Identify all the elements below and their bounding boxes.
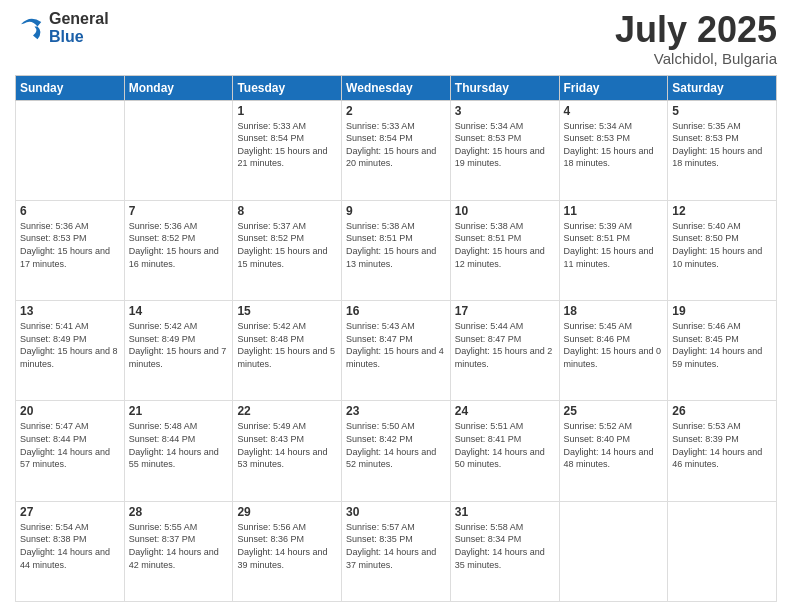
calendar: SundayMondayTuesdayWednesdayThursdayFrid… [15,75,777,602]
day-info: Sunrise: 5:35 AMSunset: 8:53 PMDaylight:… [672,120,772,170]
day-number: 30 [346,505,446,519]
day-info: Sunrise: 5:47 AMSunset: 8:44 PMDaylight:… [20,420,120,470]
calendar-day-header: Thursday [450,75,559,100]
calendar-cell: 12Sunrise: 5:40 AMSunset: 8:50 PMDayligh… [668,200,777,300]
day-info: Sunrise: 5:34 AMSunset: 8:53 PMDaylight:… [455,120,555,170]
day-number: 11 [564,204,664,218]
logo-blue: Blue [49,28,109,46]
day-info: Sunrise: 5:49 AMSunset: 8:43 PMDaylight:… [237,420,337,470]
day-info: Sunrise: 5:44 AMSunset: 8:47 PMDaylight:… [455,320,555,370]
day-number: 15 [237,304,337,318]
day-info: Sunrise: 5:34 AMSunset: 8:53 PMDaylight:… [564,120,664,170]
day-number: 4 [564,104,664,118]
day-info: Sunrise: 5:46 AMSunset: 8:45 PMDaylight:… [672,320,772,370]
calendar-cell: 6Sunrise: 5:36 AMSunset: 8:53 PMDaylight… [16,200,125,300]
calendar-cell: 20Sunrise: 5:47 AMSunset: 8:44 PMDayligh… [16,401,125,501]
day-number: 23 [346,404,446,418]
calendar-week-row: 6Sunrise: 5:36 AMSunset: 8:53 PMDaylight… [16,200,777,300]
day-info: Sunrise: 5:57 AMSunset: 8:35 PMDaylight:… [346,521,446,571]
calendar-cell: 24Sunrise: 5:51 AMSunset: 8:41 PMDayligh… [450,401,559,501]
day-info: Sunrise: 5:33 AMSunset: 8:54 PMDaylight:… [237,120,337,170]
day-number: 22 [237,404,337,418]
day-info: Sunrise: 5:58 AMSunset: 8:34 PMDaylight:… [455,521,555,571]
calendar-cell: 1Sunrise: 5:33 AMSunset: 8:54 PMDaylight… [233,100,342,200]
calendar-week-row: 27Sunrise: 5:54 AMSunset: 8:38 PMDayligh… [16,501,777,601]
calendar-cell: 5Sunrise: 5:35 AMSunset: 8:53 PMDaylight… [668,100,777,200]
day-info: Sunrise: 5:52 AMSunset: 8:40 PMDaylight:… [564,420,664,470]
calendar-cell: 8Sunrise: 5:37 AMSunset: 8:52 PMDaylight… [233,200,342,300]
day-number: 19 [672,304,772,318]
calendar-cell: 15Sunrise: 5:42 AMSunset: 8:48 PMDayligh… [233,301,342,401]
day-number: 24 [455,404,555,418]
day-info: Sunrise: 5:51 AMSunset: 8:41 PMDaylight:… [455,420,555,470]
calendar-cell: 16Sunrise: 5:43 AMSunset: 8:47 PMDayligh… [342,301,451,401]
day-number: 25 [564,404,664,418]
day-info: Sunrise: 5:50 AMSunset: 8:42 PMDaylight:… [346,420,446,470]
day-number: 9 [346,204,446,218]
calendar-cell: 2Sunrise: 5:33 AMSunset: 8:54 PMDaylight… [342,100,451,200]
calendar-header-row: SundayMondayTuesdayWednesdayThursdayFrid… [16,75,777,100]
day-number: 21 [129,404,229,418]
day-number: 27 [20,505,120,519]
day-number: 31 [455,505,555,519]
calendar-cell: 7Sunrise: 5:36 AMSunset: 8:52 PMDaylight… [124,200,233,300]
calendar-day-header: Friday [559,75,668,100]
calendar-day-header: Wednesday [342,75,451,100]
day-number: 16 [346,304,446,318]
day-info: Sunrise: 5:43 AMSunset: 8:47 PMDaylight:… [346,320,446,370]
calendar-week-row: 20Sunrise: 5:47 AMSunset: 8:44 PMDayligh… [16,401,777,501]
day-number: 20 [20,404,120,418]
calendar-cell: 23Sunrise: 5:50 AMSunset: 8:42 PMDayligh… [342,401,451,501]
day-number: 14 [129,304,229,318]
calendar-cell: 25Sunrise: 5:52 AMSunset: 8:40 PMDayligh… [559,401,668,501]
calendar-week-row: 13Sunrise: 5:41 AMSunset: 8:49 PMDayligh… [16,301,777,401]
day-number: 3 [455,104,555,118]
calendar-cell [668,501,777,601]
day-info: Sunrise: 5:48 AMSunset: 8:44 PMDaylight:… [129,420,229,470]
logo-icon [15,13,45,43]
day-number: 13 [20,304,120,318]
day-info: Sunrise: 5:33 AMSunset: 8:54 PMDaylight:… [346,120,446,170]
title-block: July 2025 Valchidol, Bulgaria [615,10,777,67]
day-info: Sunrise: 5:37 AMSunset: 8:52 PMDaylight:… [237,220,337,270]
day-info: Sunrise: 5:41 AMSunset: 8:49 PMDaylight:… [20,320,120,370]
calendar-cell: 3Sunrise: 5:34 AMSunset: 8:53 PMDaylight… [450,100,559,200]
day-number: 12 [672,204,772,218]
calendar-cell [124,100,233,200]
day-info: Sunrise: 5:38 AMSunset: 8:51 PMDaylight:… [346,220,446,270]
day-info: Sunrise: 5:56 AMSunset: 8:36 PMDaylight:… [237,521,337,571]
day-number: 5 [672,104,772,118]
calendar-cell: 31Sunrise: 5:58 AMSunset: 8:34 PMDayligh… [450,501,559,601]
header: General Blue July 2025 Valchidol, Bulgar… [15,10,777,67]
calendar-cell: 4Sunrise: 5:34 AMSunset: 8:53 PMDaylight… [559,100,668,200]
day-number: 17 [455,304,555,318]
day-info: Sunrise: 5:42 AMSunset: 8:48 PMDaylight:… [237,320,337,370]
logo-general: General [49,10,109,28]
calendar-day-header: Sunday [16,75,125,100]
calendar-cell: 26Sunrise: 5:53 AMSunset: 8:39 PMDayligh… [668,401,777,501]
day-info: Sunrise: 5:38 AMSunset: 8:51 PMDaylight:… [455,220,555,270]
day-info: Sunrise: 5:42 AMSunset: 8:49 PMDaylight:… [129,320,229,370]
month-title: July 2025 [615,10,777,50]
day-number: 29 [237,505,337,519]
day-info: Sunrise: 5:36 AMSunset: 8:53 PMDaylight:… [20,220,120,270]
day-number: 10 [455,204,555,218]
calendar-cell: 9Sunrise: 5:38 AMSunset: 8:51 PMDaylight… [342,200,451,300]
calendar-cell [16,100,125,200]
calendar-cell: 21Sunrise: 5:48 AMSunset: 8:44 PMDayligh… [124,401,233,501]
calendar-cell: 10Sunrise: 5:38 AMSunset: 8:51 PMDayligh… [450,200,559,300]
day-number: 8 [237,204,337,218]
logo-text: General Blue [49,10,109,45]
day-number: 6 [20,204,120,218]
location: Valchidol, Bulgaria [615,50,777,67]
day-number: 28 [129,505,229,519]
calendar-cell: 30Sunrise: 5:57 AMSunset: 8:35 PMDayligh… [342,501,451,601]
day-info: Sunrise: 5:45 AMSunset: 8:46 PMDaylight:… [564,320,664,370]
calendar-day-header: Tuesday [233,75,342,100]
day-number: 2 [346,104,446,118]
calendar-day-header: Monday [124,75,233,100]
calendar-cell: 17Sunrise: 5:44 AMSunset: 8:47 PMDayligh… [450,301,559,401]
calendar-cell: 29Sunrise: 5:56 AMSunset: 8:36 PMDayligh… [233,501,342,601]
day-number: 1 [237,104,337,118]
calendar-cell: 28Sunrise: 5:55 AMSunset: 8:37 PMDayligh… [124,501,233,601]
